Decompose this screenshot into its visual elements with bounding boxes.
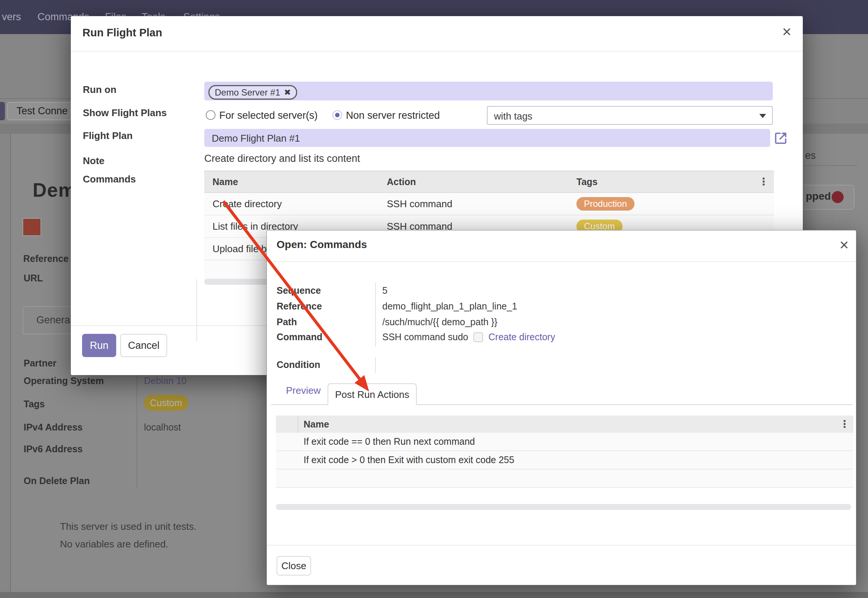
background-tab-fragment[interactable]: es xyxy=(805,150,816,161)
run-button[interactable]: Run xyxy=(82,334,116,357)
server-tag-label: Demo Server #1 xyxy=(215,87,280,98)
close-icon[interactable]: × xyxy=(782,26,792,37)
chevron-down-icon xyxy=(759,114,766,118)
tab-post-run-actions[interactable]: Post Run Actions xyxy=(328,383,417,405)
commands-label: Commands xyxy=(83,173,136,185)
no-variables-note: No variables are defined. xyxy=(60,538,168,550)
sequence-label: Sequence xyxy=(277,285,367,296)
reference-value: demo_flight_plan_1_plan_line_1 xyxy=(367,301,517,312)
condition-label: Condition xyxy=(277,359,367,370)
sequence-value: 5 xyxy=(367,285,388,296)
tab-general-label: General xyxy=(36,314,72,326)
col-name[interactable]: Name xyxy=(204,176,387,187)
url-label: URL xyxy=(24,273,43,284)
command-value: SSH command sudo xyxy=(382,332,468,342)
col-name[interactable]: Name xyxy=(298,419,840,430)
close-icon[interactable]: × xyxy=(840,239,849,251)
note-label: Note xyxy=(83,155,105,167)
with-tags-select[interactable]: with tags xyxy=(487,106,773,125)
field-path: Path /such/much/{{ demo_path }} xyxy=(277,317,497,327)
table-row-empty xyxy=(276,469,853,488)
command-label: Command xyxy=(277,332,367,342)
ipv4-value: localhost xyxy=(144,422,181,433)
show-flight-plans-label: Show Flight Plans xyxy=(83,107,167,119)
background-primary-button[interactable] xyxy=(0,102,5,120)
post-run-actions-table: Name ⋮ If exit code == 0 then Run next c… xyxy=(276,416,853,488)
field-divider xyxy=(375,357,376,373)
modal-title: Open: Commands xyxy=(277,239,367,251)
create-directory-link[interactable]: Create directory xyxy=(488,332,555,342)
selector-column xyxy=(276,416,298,433)
table-row[interactable]: If exit code == 0 then Run next command xyxy=(276,433,853,451)
radio-non-server-restricted-label[interactable]: Non server restricted xyxy=(346,110,440,121)
modal-footer-divider xyxy=(267,545,856,546)
open-commands-modal: Open: Commands × Sequence 5 Reference de… xyxy=(266,230,856,585)
tab-preview[interactable]: Preview xyxy=(286,385,320,396)
modal-header-divider xyxy=(267,261,856,262)
unit-test-note: This server is used in unit tests. xyxy=(60,521,196,532)
status-badge-label: pped xyxy=(806,190,831,202)
tag-badge-production: Production xyxy=(576,197,635,211)
field-condition: Condition xyxy=(277,359,367,370)
modal-title: Run Flight Plan xyxy=(82,27,162,39)
tags-label: Tags xyxy=(24,399,45,410)
reference-label: Reference xyxy=(23,253,69,264)
radio-for-selected-servers-label[interactable]: For selected server(s) xyxy=(219,110,318,121)
close-button[interactable]: Close xyxy=(277,556,311,576)
cell-name: Create directory xyxy=(204,198,387,210)
flight-plan-select[interactable]: Demo Flight Plan #1 xyxy=(204,129,770,147)
remove-tag-icon[interactable]: ✖ xyxy=(284,88,291,97)
field-reference: Reference demo_flight_plan_1_plan_line_1 xyxy=(277,301,517,312)
cell-name: If exit code > 0 then Exit with custom e… xyxy=(298,454,514,465)
tag-badge-custom: Custom xyxy=(144,395,188,411)
os-value-link[interactable]: Debian 10 xyxy=(144,375,187,386)
external-link-icon[interactable] xyxy=(773,131,788,146)
on-delete-plan-label: On Delete Plan xyxy=(24,475,90,486)
server-tag-pill[interactable]: Demo Server #1 ✖ xyxy=(208,85,297,100)
field-sequence: Sequence 5 xyxy=(277,285,388,296)
screen: vers Commands Files Tools Settings Test … xyxy=(0,0,868,598)
path-value: /such/much/{{ demo_path }} xyxy=(367,317,497,327)
ipv6-label: IPv6 Address xyxy=(24,444,82,454)
run-on-select[interactable]: Demo Server #1 ✖ xyxy=(204,82,773,100)
run-on-label: Run on xyxy=(83,84,117,96)
radio-non-server-restricted[interactable] xyxy=(332,110,342,120)
reference-label: Reference xyxy=(277,301,367,312)
page-bottom-edge xyxy=(0,592,868,598)
with-tags-value: with tags xyxy=(494,111,533,122)
ipv4-label: IPv4 Address xyxy=(24,422,82,433)
field-command: Command SSH command sudo Create director… xyxy=(277,332,555,342)
table-hscrollbar[interactable] xyxy=(276,504,851,510)
radio-for-selected-servers[interactable] xyxy=(206,110,216,120)
col-action[interactable]: Action xyxy=(387,176,576,187)
sudo-checkbox[interactable] xyxy=(473,332,483,342)
nav-item-servers[interactable]: vers xyxy=(2,11,21,23)
path-label: Path xyxy=(277,317,367,327)
flight-plan-description: Create directory and list its content xyxy=(204,153,360,164)
partner-label: Partner xyxy=(24,358,57,369)
table-row[interactable]: Create directory SSH command Production xyxy=(204,193,774,215)
server-avatar xyxy=(22,218,41,236)
cancel-button[interactable]: Cancel xyxy=(120,334,167,357)
table-header-row: Name ⋮ xyxy=(276,416,853,433)
table-options-icon[interactable]: ⋮ xyxy=(840,418,853,430)
os-label: Operating System xyxy=(24,375,104,386)
table-options-icon[interactable]: ⋮ xyxy=(759,176,774,188)
col-tags[interactable]: Tags xyxy=(576,176,759,187)
modal-header-divider xyxy=(71,51,803,52)
table-row[interactable]: If exit code > 0 then Exit with custom e… xyxy=(276,451,853,469)
cell-name: If exit code == 0 then Run next command xyxy=(298,436,475,447)
flight-plan-value: Demo Flight Plan #1 xyxy=(212,133,300,144)
flight-plan-label: Flight Plan xyxy=(83,130,133,142)
table-header-row: Name Action Tags ⋮ xyxy=(204,170,774,193)
cell-action: SSH command xyxy=(387,198,576,210)
status-red-dot-icon xyxy=(832,191,844,203)
column-divider xyxy=(196,279,197,341)
